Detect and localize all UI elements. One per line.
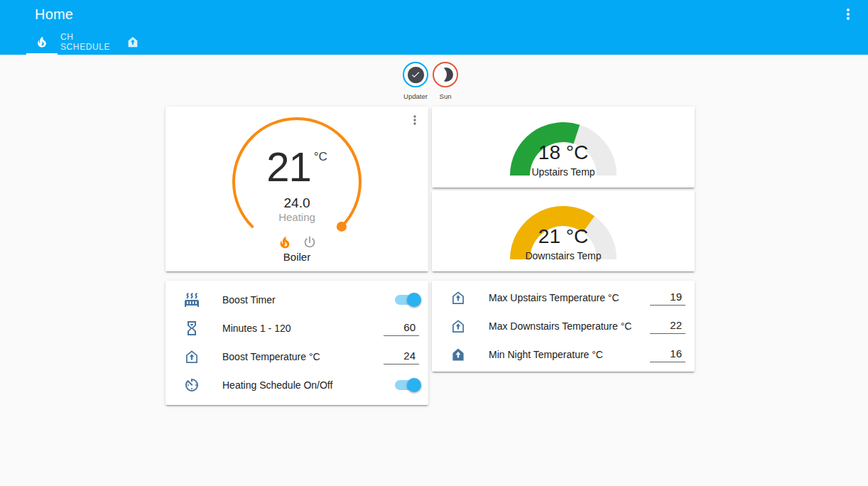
gauge-downstairs: 21 °C Downstairs Temp xyxy=(510,206,617,259)
dashboard: Home CH SCHEDULE Updater Sun xyxy=(0,0,868,486)
thermostat-card: 21 °C 24.0 Heating Boiler xyxy=(166,107,428,271)
max-upstairs-temperature-input[interactable] xyxy=(650,291,685,306)
heating-schedule-toggle[interactable] xyxy=(395,380,419,390)
home-arrow-up-outline-icon xyxy=(450,289,467,306)
off-mode-button[interactable] xyxy=(302,234,318,250)
tab-ch-schedule[interactable]: CH SCHEDULE xyxy=(60,28,114,55)
entity-row-boost-timer: Boost Timer xyxy=(166,286,428,314)
dots-vertical-icon xyxy=(408,113,422,127)
home-arrow-up-icon xyxy=(450,346,467,363)
entity-row-max-upstairs: Max Upstairs Temperature °C xyxy=(432,284,695,312)
entity-name: Max Upstairs Temperature °C xyxy=(489,292,650,303)
gauge-label: Downstairs Temp xyxy=(510,250,617,261)
badge-updater[interactable]: Updater xyxy=(401,62,430,100)
home-arrow-up-icon xyxy=(126,35,140,49)
gauge-upstairs: 18 °C Upstairs Temp xyxy=(510,122,617,176)
entity-name: Boost Temperature °C xyxy=(222,351,384,362)
dial-handle[interactable] xyxy=(337,222,347,232)
entity-row-heating-schedule: Heating Schedule On/Off xyxy=(166,371,428,399)
badge-sun[interactable]: Sun xyxy=(430,62,460,100)
entity-name: Min Night Temperature °C xyxy=(489,349,650,360)
app-header: Home xyxy=(0,0,868,28)
entity-name: Minutes 1 - 120 xyxy=(222,323,384,334)
badge-label: Updater xyxy=(401,92,430,100)
view-tabs: CH SCHEDULE xyxy=(0,28,868,55)
current-temperature: 21 °C xyxy=(166,146,428,188)
overflow-menu-button[interactable] xyxy=(840,6,857,23)
boost-settings-card: Boost Timer Minutes 1 - 120 Boost Temper… xyxy=(166,281,428,405)
max-downstairs-temperature-input[interactable] xyxy=(650,319,685,334)
fire-icon xyxy=(277,234,293,250)
entity-row-minutes: Minutes 1 - 120 xyxy=(166,314,428,342)
entity-name: Heating Schedule On/Off xyxy=(222,379,395,391)
gauge-label: Upstairs Temp xyxy=(510,166,617,178)
heat-mode-button[interactable] xyxy=(277,234,293,250)
updater-badge-circle[interactable] xyxy=(403,62,428,87)
power-icon xyxy=(302,234,318,250)
radiator-icon xyxy=(183,291,200,308)
boost-temperature-input[interactable] xyxy=(384,350,419,364)
minutes-input[interactable] xyxy=(384,321,419,336)
gauge-card-upstairs[interactable]: 18 °C Upstairs Temp xyxy=(432,107,695,188)
entity-name: Boost Timer xyxy=(222,294,395,306)
thermostat-entity-name: Boiler xyxy=(166,251,428,263)
badge-label: Sun xyxy=(430,92,460,100)
hvac-action-label: Heating xyxy=(166,211,428,223)
toggle-knob xyxy=(407,293,421,307)
entity-row-boost-temperature: Boost Temperature °C xyxy=(166,342,428,371)
dots-vertical-icon xyxy=(840,6,857,23)
timer-clock-icon xyxy=(183,377,200,394)
boost-timer-toggle[interactable] xyxy=(395,295,419,305)
tab-label: CH SCHEDULE xyxy=(60,32,114,52)
page-title: Home xyxy=(35,6,73,23)
gauge-value: 21 °C xyxy=(510,225,617,248)
fire-icon xyxy=(35,35,49,49)
sun-badge-circle[interactable] xyxy=(433,62,458,87)
home-arrow-up-outline-icon xyxy=(183,348,200,365)
temperature-limits-card: Max Upstairs Temperature °C Max Downstai… xyxy=(432,281,695,372)
home-arrow-up-outline-icon xyxy=(450,318,467,335)
temperature-unit: °C xyxy=(314,150,327,164)
gauge-value: 18 °C xyxy=(510,141,617,164)
current-temperature-value: 21 xyxy=(266,146,311,188)
moon-crescent-icon xyxy=(438,67,453,82)
active-tab-indicator xyxy=(26,53,58,55)
entity-row-min-night: Min Night Temperature °C xyxy=(432,340,695,369)
entity-row-max-downstairs: Max Downstairs Temperature °C xyxy=(432,312,695,340)
check-circle-icon xyxy=(408,67,424,83)
entity-name: Max Downstairs Temperature °C xyxy=(489,320,650,332)
toggle-knob xyxy=(407,378,421,392)
hourglass-icon xyxy=(183,320,200,337)
hvac-mode-buttons xyxy=(166,234,428,250)
gauge-card-downstairs[interactable]: 21 °C Downstairs Temp xyxy=(432,190,695,271)
tab-heating[interactable] xyxy=(26,28,58,55)
card-overflow-menu-button[interactable] xyxy=(408,113,422,127)
tab-house[interactable] xyxy=(121,28,144,55)
target-temperature: 24.0 xyxy=(166,195,428,211)
min-night-temperature-input[interactable] xyxy=(650,347,685,362)
